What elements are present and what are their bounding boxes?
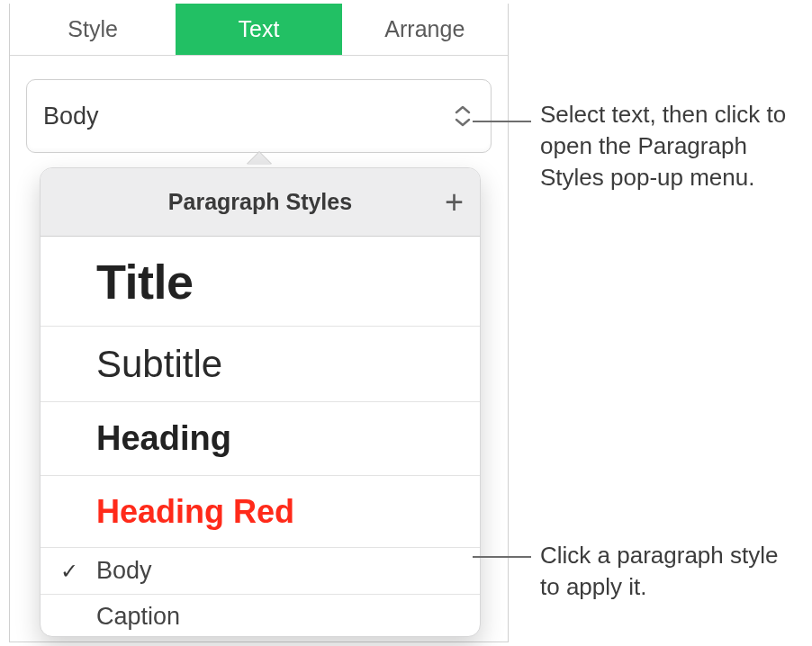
style-label: Subtitle — [96, 343, 222, 386]
style-item-subtitle[interactable]: Subtitle — [41, 327, 480, 402]
checkmark-icon: ✓ — [60, 559, 78, 584]
paragraph-styles-popover: Paragraph Styles + Title Subtitle Headin… — [40, 167, 481, 637]
popover-arrow — [247, 152, 272, 165]
style-item-caption[interactable]: Caption — [41, 595, 480, 637]
style-label: Body — [96, 557, 152, 585]
format-tabs: Style Text Arrange — [10, 4, 508, 56]
style-label: Heading Red — [96, 493, 294, 531]
annotation-dropdown: Select text, then click to open the Para… — [540, 99, 801, 193]
tab-arrange[interactable]: Arrange — [342, 4, 508, 55]
style-item-title[interactable]: Title — [41, 237, 480, 327]
style-label: Heading — [96, 419, 231, 458]
style-item-body[interactable]: ✓ Body — [41, 548, 480, 595]
callout-line — [473, 556, 531, 558]
tab-text[interactable]: Text — [176, 4, 341, 55]
style-label: Caption — [96, 603, 180, 631]
add-style-button[interactable]: + — [445, 186, 464, 219]
style-item-heading-red[interactable]: Heading Red — [41, 476, 480, 548]
annotation-list: Click a paragraph style to apply it. — [540, 540, 801, 603]
style-label: Title — [96, 254, 194, 310]
paragraph-style-dropdown[interactable]: Body — [26, 79, 492, 153]
paragraph-style-current: Body — [43, 103, 99, 130]
chevron-updown-icon — [455, 105, 471, 127]
format-panel: Style Text Arrange Body Paragraph Styles… — [9, 4, 509, 642]
callout-line — [473, 121, 531, 122]
tab-style[interactable]: Style — [10, 4, 176, 55]
style-item-heading[interactable]: Heading — [41, 402, 480, 476]
popover-header: Paragraph Styles + — [41, 168, 480, 237]
style-list: Title Subtitle Heading Heading Red ✓ Bod… — [41, 237, 480, 637]
popover-title: Paragraph Styles — [168, 189, 352, 215]
